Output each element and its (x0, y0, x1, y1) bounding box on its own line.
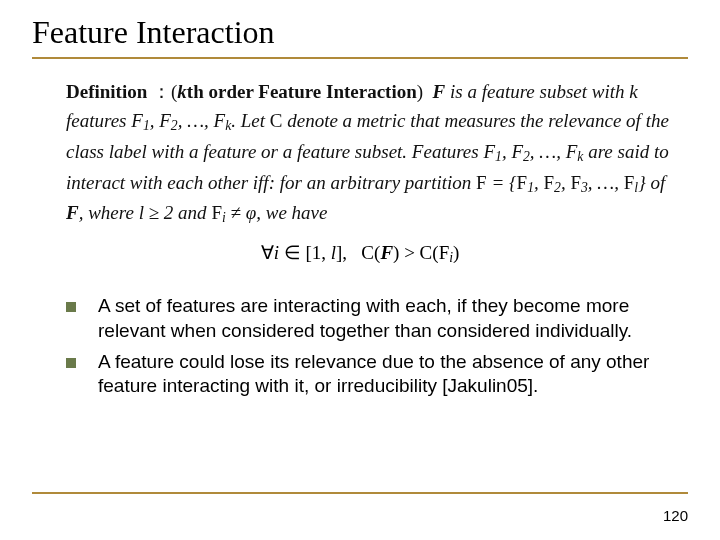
square-bullet-icon (66, 302, 76, 312)
bullet-text: A feature could lose its relevance due t… (98, 350, 672, 399)
bullet-text: A set of features are interacting with e… (98, 294, 672, 343)
page-number: 120 (663, 507, 688, 524)
square-bullet-icon (66, 358, 76, 368)
formula: ∀i ∈ [1, l], C(F) > C(Fi) (32, 241, 688, 266)
list-item: A feature could lose its relevance due t… (66, 350, 672, 399)
bullet-list: A set of features are interacting with e… (32, 294, 688, 399)
page-title: Feature Interaction (32, 14, 688, 51)
list-item: A set of features are interacting with e… (66, 294, 672, 343)
definition-text: Definition ：(kth order Feature Interacti… (32, 77, 688, 229)
bottom-rule (32, 492, 688, 494)
title-block: Feature Interaction (32, 14, 688, 59)
slide: Feature Interaction Definition ：(kth ord… (0, 0, 720, 540)
